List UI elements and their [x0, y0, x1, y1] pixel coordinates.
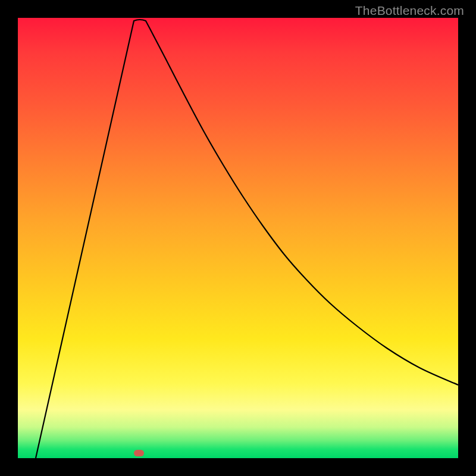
chart-frame: [0, 0, 476, 476]
watermark-text: TheBottleneck.com: [355, 4, 464, 18]
